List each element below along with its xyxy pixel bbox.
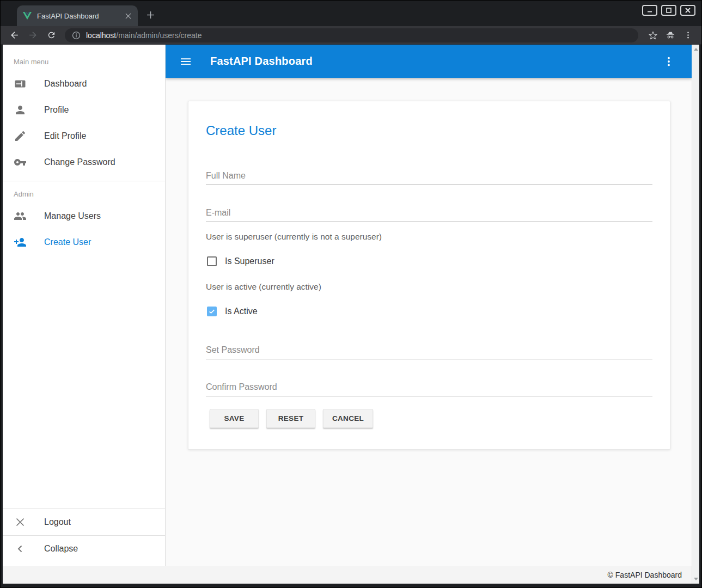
url-bar[interactable]: localhost/main/admin/users/create bbox=[65, 28, 638, 42]
sidebar-item-change-password[interactable]: Change Password bbox=[3, 149, 165, 175]
window-maximize-icon[interactable] bbox=[661, 5, 676, 16]
confirm-password-input[interactable] bbox=[206, 375, 652, 396]
sidebar-item-edit-profile[interactable]: Edit Profile bbox=[3, 123, 165, 149]
new-tab-icon[interactable] bbox=[143, 8, 157, 22]
set-password-input[interactable] bbox=[206, 338, 652, 359]
cancel-button[interactable]: CANCEL bbox=[323, 409, 373, 428]
active-hint: User is active (currently active) bbox=[206, 282, 321, 292]
person-add-icon bbox=[14, 236, 27, 249]
vue-favicon-icon bbox=[23, 11, 32, 20]
page-footer: © FastAPI Dashboard bbox=[3, 566, 692, 584]
incognito-icon[interactable] bbox=[663, 28, 677, 42]
check-icon bbox=[208, 308, 216, 315]
url-path: /main/admin/users/create bbox=[116, 31, 202, 40]
app-bar: FastAPI Dashboard bbox=[166, 45, 692, 78]
appbar-title: FastAPI Dashboard bbox=[210, 55, 313, 68]
scroll-up-icon[interactable] bbox=[694, 48, 698, 51]
sidebar-item-label: Manage Users bbox=[44, 211, 101, 221]
person-icon bbox=[14, 103, 27, 117]
tab-title: FastAPI Dashboard bbox=[37, 12, 123, 20]
sidebar-item-label: Change Password bbox=[44, 157, 115, 167]
full-name-input[interactable] bbox=[206, 163, 652, 185]
sidebar-item-label: Logout bbox=[44, 517, 71, 527]
appbar-overflow-icon[interactable] bbox=[662, 55, 675, 68]
email-input[interactable] bbox=[206, 200, 652, 222]
forward-icon[interactable] bbox=[26, 28, 40, 42]
page-info-icon[interactable] bbox=[71, 30, 81, 40]
browser-window: FastAPI Dashboard bbox=[0, 0, 702, 588]
reload-icon[interactable] bbox=[44, 28, 58, 42]
browser-menu-icon[interactable] bbox=[681, 28, 695, 42]
back-icon[interactable] bbox=[7, 28, 21, 42]
bookmark-star-icon[interactable] bbox=[646, 28, 660, 42]
sidebar-item-label: Profile bbox=[44, 105, 69, 115]
sidebar-item-label: Edit Profile bbox=[44, 131, 86, 141]
key-icon bbox=[14, 156, 27, 169]
tab-strip: FastAPI Dashboard bbox=[1, 1, 701, 26]
people-icon bbox=[14, 210, 27, 223]
sidebar-item-dashboard[interactable]: Dashboard bbox=[3, 71, 165, 97]
sidebar-item-manage-users[interactable]: Manage Users bbox=[3, 203, 165, 229]
sidebar-item-collapse[interactable]: Collapse bbox=[3, 536, 165, 562]
chevron-left-icon bbox=[14, 542, 27, 555]
sidebar-spacer bbox=[3, 255, 165, 509]
checkbox-label: Is Superuser bbox=[225, 256, 274, 266]
superuser-hint: User is superuser (currently is not a su… bbox=[206, 232, 382, 242]
create-user-card: Create User User is superuser (currently… bbox=[188, 101, 670, 450]
copyright-text: © FastAPI Dashboard bbox=[608, 571, 682, 579]
sidebar-item-label: Create User bbox=[44, 237, 91, 247]
pencil-icon bbox=[14, 130, 27, 143]
page-viewport: FastAPI Dashboard Main menu Dashboard Pr… bbox=[3, 45, 699, 584]
window-close-icon[interactable] bbox=[680, 5, 695, 16]
is-superuser-checkbox[interactable] bbox=[207, 256, 217, 266]
page-scrollbar[interactable] bbox=[692, 45, 699, 584]
window-controls bbox=[642, 5, 695, 16]
sidebar-item-profile[interactable]: Profile bbox=[3, 97, 165, 123]
sidebar-section-admin: Admin bbox=[3, 181, 165, 203]
menu-hamburger-icon[interactable] bbox=[179, 55, 192, 68]
browser-toolbar: localhost/main/admin/users/create bbox=[1, 26, 701, 45]
checkbox-label: Is Active bbox=[225, 307, 258, 316]
tab-close-icon[interactable] bbox=[123, 10, 133, 21]
sidebar-section-main-menu: Main menu bbox=[3, 45, 165, 71]
reset-button[interactable]: RESET bbox=[266, 409, 315, 428]
dashboard-icon bbox=[14, 77, 27, 90]
close-x-icon bbox=[14, 516, 27, 529]
sidebar: Main menu Dashboard Profile Edit Profile bbox=[3, 45, 166, 566]
sidebar-item-create-user[interactable]: Create User bbox=[3, 229, 165, 255]
is-active-checkbox[interactable] bbox=[207, 307, 217, 316]
window-minimize-icon[interactable] bbox=[642, 5, 657, 16]
form-buttons: SAVE RESET CANCEL bbox=[210, 409, 373, 428]
sidebar-item-label: Dashboard bbox=[44, 79, 87, 89]
scroll-down-icon[interactable] bbox=[694, 578, 698, 580]
page-title: Create User bbox=[206, 123, 276, 138]
sidebar-item-label: Collapse bbox=[44, 544, 78, 554]
superuser-checkbox-row: Is Superuser bbox=[207, 255, 274, 268]
sidebar-item-logout[interactable]: Logout bbox=[3, 509, 165, 535]
main-content: Create User User is superuser (currently… bbox=[166, 78, 692, 566]
active-checkbox-row: Is Active bbox=[207, 305, 258, 318]
url-host: localhost bbox=[86, 31, 116, 40]
browser-tab[interactable]: FastAPI Dashboard bbox=[17, 5, 138, 26]
save-button[interactable]: SAVE bbox=[210, 409, 259, 428]
